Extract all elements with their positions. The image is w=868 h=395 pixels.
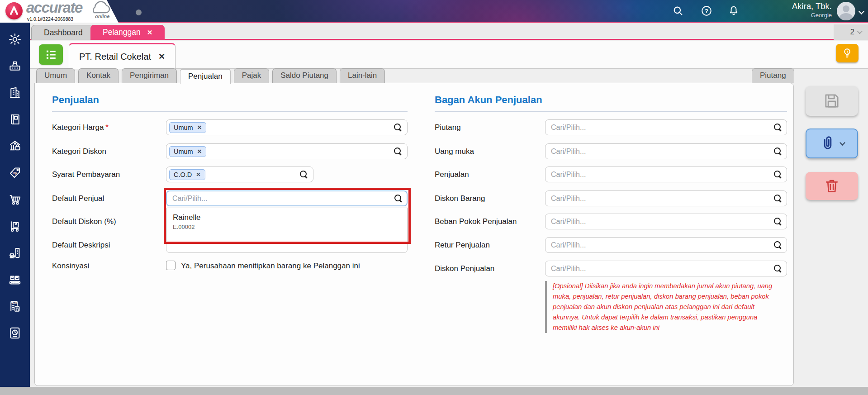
- accurate-logo-icon: [5, 2, 23, 19]
- default-penjual-fieldwrap: [166, 190, 408, 206]
- tab-count: 2: [850, 28, 854, 37]
- search-field-icon[interactable]: [774, 218, 782, 225]
- help-icon[interactable]: ?: [701, 5, 712, 17]
- accounts-heading: Bagan Akun Penjualan: [435, 94, 542, 106]
- sidebar-report-icon[interactable]: [8, 326, 22, 340]
- penjual-dropdown: Rainelle E.00002: [166, 208, 408, 241]
- tab-pelanggan[interactable]: Pelanggan ✕: [90, 25, 165, 40]
- dropdown-option-name: Rainelle: [166, 208, 408, 224]
- sidebar-cash-register-icon[interactable]: [8, 59, 22, 73]
- default-diskon-label: Default Diskon (%): [52, 217, 116, 226]
- penjualan-akun-label: Penjualan: [435, 170, 469, 179]
- window-tab-bar: Dashboard Pelanggan ✕ 2: [30, 24, 868, 40]
- sidebar-tax-icon[interactable]: TAX: [8, 300, 22, 313]
- tab-pengiriman[interactable]: Pengiriman: [122, 68, 177, 83]
- record-tab-pt-retail-cokelat[interactable]: PT. Retail Cokelat ✕: [69, 43, 175, 69]
- search-field-icon[interactable]: [394, 195, 402, 202]
- app-version: v1.0.1#3224-2069883: [27, 16, 73, 22]
- uang-muka-fieldwrap: [545, 143, 787, 159]
- diskon-penjualan-label: Diskon Penjualan: [435, 264, 494, 273]
- cloud-icon: online: [89, 1, 112, 21]
- tab-pajak[interactable]: Pajak: [234, 68, 270, 83]
- beban-pokok-input[interactable]: [545, 214, 787, 229]
- konsinyasi-text: Ya, Perusahaan menitipkan barang ke Pela…: [181, 262, 360, 271]
- diskon-penjualan-input[interactable]: [545, 261, 787, 276]
- brand-suffix: online: [95, 14, 109, 19]
- sidebar-fixed-asset-icon[interactable]: [8, 246, 22, 260]
- avatar[interactable]: [837, 2, 855, 20]
- piutang-input[interactable]: [545, 119, 787, 135]
- search-field-icon[interactable]: [394, 124, 402, 131]
- kategori-harga-label: Kategori Harga*: [52, 123, 109, 132]
- accounts-rule: [435, 111, 787, 112]
- app-root: accurate online v1.0.1#3224-2069883 ? Ak…: [0, 0, 868, 395]
- penjualan-akun-input[interactable]: [545, 167, 787, 182]
- user-menu[interactable]: Akira, Tbk. Georgie: [792, 2, 832, 19]
- sidebar-purchase-cart-icon[interactable]: [8, 193, 22, 206]
- search-field-icon[interactable]: [774, 265, 782, 272]
- sidebar-bank-asset-icon[interactable]: [8, 139, 22, 153]
- chip-remove-icon[interactable]: ✕: [197, 148, 202, 155]
- attachment-chevron-down-icon[interactable]: [840, 140, 845, 146]
- search-field-icon[interactable]: [300, 171, 308, 178]
- default-penjual-input[interactable]: [166, 190, 408, 206]
- retur-penjualan-input[interactable]: [545, 237, 787, 253]
- tab-saldo-piutang[interactable]: Saldo Piutang: [272, 68, 337, 83]
- sidebar-manufacture-icon[interactable]: [8, 273, 22, 286]
- sidebar-settings-icon[interactable]: [8, 33, 22, 46]
- search-field-icon[interactable]: [774, 148, 782, 155]
- sidebar-company-icon[interactable]: [8, 86, 22, 100]
- tab-umum[interactable]: Umum: [36, 68, 75, 83]
- record-list-button[interactable]: [39, 44, 63, 65]
- kategori-harga-chip: Umum✕: [169, 122, 206, 133]
- kategori-harga-field[interactable]: Umum✕: [166, 119, 408, 135]
- tab-count-dropdown[interactable]: 2: [834, 24, 868, 40]
- kategori-diskon-field[interactable]: Umum✕: [166, 143, 408, 159]
- default-penjual-label: Default Penjual: [52, 194, 104, 203]
- notifications-bell-icon[interactable]: [728, 5, 740, 17]
- search-field-icon[interactable]: [774, 171, 782, 178]
- sidebar-delivery-icon[interactable]: [8, 219, 22, 233]
- tab-dashboard[interactable]: Dashboard: [31, 25, 95, 40]
- diskon-barang-input[interactable]: [545, 190, 787, 206]
- save-button[interactable]: [806, 86, 858, 116]
- sidebar-journal-icon[interactable]: [8, 113, 22, 126]
- tab-piutang[interactable]: Piutang: [752, 68, 794, 83]
- piutang-label: Piutang: [435, 123, 461, 132]
- tips-lightbulb-button[interactable]: [836, 44, 859, 62]
- search-field-icon[interactable]: [774, 195, 782, 202]
- content-panel: Penjualan Kategori Harga* Umum✕ Kategori…: [34, 83, 794, 386]
- dropdown-option-code: E.00002: [166, 224, 408, 230]
- uang-muka-input[interactable]: [545, 143, 787, 159]
- chip-remove-icon[interactable]: ✕: [196, 171, 200, 178]
- beban-pokok-label: Beban Pokok Penjualan: [435, 217, 517, 226]
- tab-close-icon[interactable]: ✕: [147, 25, 153, 40]
- tab-lain-lain[interactable]: Lain-lain: [340, 68, 385, 83]
- tab-penjualan[interactable]: Penjualan: [180, 68, 231, 84]
- konsinyasi-label: Konsinyasi: [52, 262, 89, 271]
- user-chevron-down-icon[interactable]: [859, 9, 864, 14]
- record-tab-close-icon[interactable]: ✕: [158, 52, 165, 62]
- search-field-icon[interactable]: [394, 148, 402, 155]
- search-field-icon[interactable]: [774, 124, 782, 131]
- retur-penjualan-fieldwrap: [545, 237, 787, 253]
- beban-pokok-fieldwrap: [545, 214, 787, 229]
- delete-button[interactable]: [806, 172, 858, 200]
- decor-dot: [136, 10, 142, 15]
- svg-text:?: ?: [705, 8, 708, 14]
- konsinyasi-checkbox[interactable]: [166, 261, 175, 270]
- attachment-button[interactable]: [806, 128, 858, 158]
- sales-rule: [52, 111, 408, 112]
- uang-muka-label: Uang muka: [435, 147, 474, 156]
- search-icon[interactable]: [672, 5, 684, 17]
- section-tab-bar: Umum Kontak Pengiriman Penjualan Pajak S…: [36, 68, 385, 83]
- logo-area: accurate online v1.0.1#3224-2069883: [0, 0, 119, 23]
- chip-remove-icon[interactable]: ✕: [197, 124, 202, 131]
- trash-icon: [823, 177, 840, 195]
- syarat-pembayaran-field[interactable]: C.O.D✕: [166, 167, 313, 182]
- search-field-icon[interactable]: [774, 241, 782, 249]
- svg-text:Rp: Rp: [13, 171, 17, 175]
- dropdown-option-rainelle[interactable]: Rainelle E.00002: [166, 208, 408, 230]
- tab-kontak[interactable]: Kontak: [78, 68, 119, 83]
- sidebar-price-tag-rp-icon[interactable]: Rp: [8, 166, 22, 180]
